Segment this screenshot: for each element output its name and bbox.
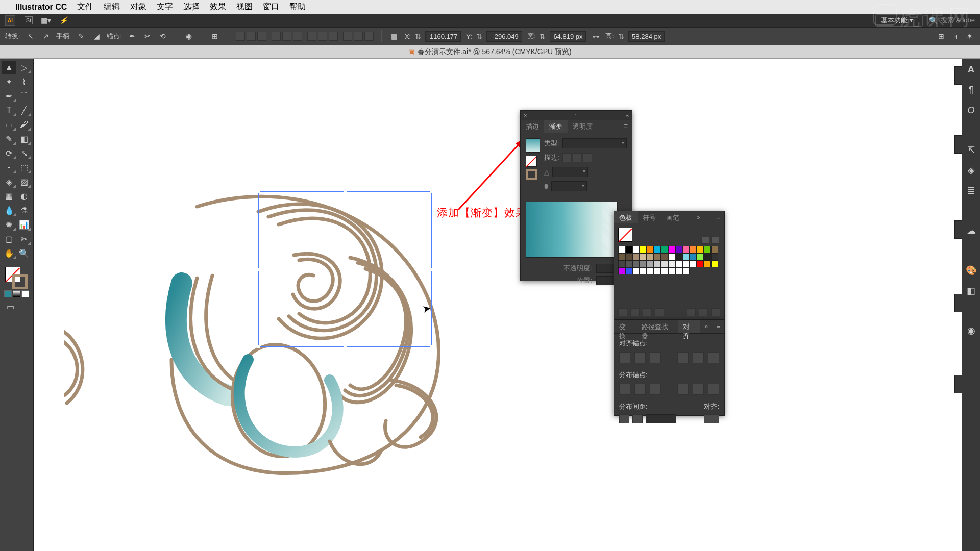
dist-vcenter-icon[interactable] xyxy=(354,32,363,41)
h-link-icon[interactable]: ⇅ xyxy=(616,31,626,41)
dist-anchor-vcenter-icon[interactable] xyxy=(634,384,646,395)
screen-mode-icon[interactable]: ▭ xyxy=(4,302,16,312)
dist-left-icon[interactable] xyxy=(307,32,316,41)
dock-opentype-icon[interactable]: O xyxy=(966,105,977,116)
lasso-tool[interactable]: ⌇ xyxy=(17,75,32,88)
gradient-tool[interactable]: ◐ xyxy=(17,189,32,203)
color-mode-swatch[interactable] xyxy=(4,290,12,297)
menu-help[interactable]: 帮助 xyxy=(289,2,306,12)
gradient-panel-header[interactable]: × :: « xyxy=(521,111,632,120)
shape-builder-tool[interactable]: ◈ xyxy=(2,175,16,188)
align-hcenter-icon[interactable] xyxy=(247,32,256,41)
eyedropper-tool[interactable]: 💧 xyxy=(2,204,16,217)
gpu-icon[interactable]: ⚡ xyxy=(59,16,67,24)
magic-wand-tool[interactable]: ✦ xyxy=(2,75,16,88)
isolate-icon[interactable]: ◉ xyxy=(184,31,194,41)
swatch-color[interactable] xyxy=(654,267,661,274)
swatch-color[interactable] xyxy=(704,246,711,253)
dist-hcenter-icon[interactable] xyxy=(318,32,327,41)
align-pixel-icon[interactable]: ⊞ xyxy=(210,31,220,41)
swatch-color[interactable] xyxy=(661,246,668,253)
gradient-fill-preview[interactable] xyxy=(526,138,540,153)
handle-top-right[interactable] xyxy=(430,190,433,193)
y-link-icon[interactable]: ⇅ xyxy=(474,31,484,41)
rectangle-tool[interactable]: ▭ xyxy=(2,118,16,131)
h-value[interactable]: 58.284 px xyxy=(628,31,665,42)
swatch-color[interactable] xyxy=(704,260,711,267)
swatch-color[interactable] xyxy=(654,246,661,253)
swatch-color[interactable] xyxy=(690,253,697,260)
panel-menu-icon[interactable]: ≡ xyxy=(620,120,632,133)
swatch-color[interactable] xyxy=(690,246,697,253)
dist-anchor-right-icon[interactable] xyxy=(708,384,719,395)
dock-colorguide-icon[interactable]: ◧ xyxy=(966,285,977,296)
tab-symbols[interactable]: 符号 xyxy=(638,211,661,223)
menu-object[interactable]: 对象 xyxy=(130,2,146,12)
swatches-current-swatch[interactable] xyxy=(618,228,632,242)
swatch-library-icon[interactable] xyxy=(618,308,627,316)
handle-icon-2[interactable]: ◢ xyxy=(91,31,102,41)
dist-spacing-value[interactable] xyxy=(646,414,676,423)
shaper-tool[interactable]: ✎ xyxy=(2,132,16,145)
anchor-icon-1[interactable]: ✒ xyxy=(127,31,137,41)
tab-transform[interactable]: 变换 xyxy=(614,320,636,333)
dist-top-icon[interactable] xyxy=(343,32,352,41)
align-expand-icon[interactable]: » xyxy=(700,320,712,333)
dist-spacing-v-icon[interactable] xyxy=(619,414,629,423)
gradient-ramp[interactable] xyxy=(526,202,618,258)
align-anchor-top-icon[interactable] xyxy=(677,352,689,363)
swatch-color[interactable] xyxy=(647,246,654,253)
swatch-color[interactable] xyxy=(640,253,647,260)
panel-close-icon[interactable]: × xyxy=(524,112,527,118)
swatch-color[interactable] xyxy=(632,246,640,253)
anchor-icon-3[interactable]: ⟲ xyxy=(158,31,168,41)
canvas[interactable]: ➤ 添加【渐变】效果 × :: « 描边 渐变 透明度 ≡ xyxy=(34,59,980,551)
color-well[interactable] xyxy=(2,265,31,289)
align-anchor-hcenter-icon[interactable] xyxy=(634,352,646,363)
control-menu-icon-2[interactable]: ⫞ xyxy=(950,31,961,41)
gradient-aspect-dropdown[interactable] xyxy=(551,181,587,191)
dist-right-icon[interactable] xyxy=(329,32,338,41)
swatches-expand-icon[interactable]: » xyxy=(693,211,704,223)
swatches-list-view-icon[interactable] xyxy=(701,237,709,244)
swatch-color[interactable] xyxy=(632,267,640,274)
slice-tool[interactable]: ✂ xyxy=(17,232,32,245)
handle-bottom-left[interactable] xyxy=(257,345,260,348)
align-top-icon[interactable] xyxy=(272,32,281,41)
swatch-color[interactable] xyxy=(661,260,668,267)
swatch-color[interactable] xyxy=(618,253,625,260)
swatch-color[interactable] xyxy=(697,253,704,260)
convert-smooth-icon[interactable]: ↗ xyxy=(41,31,51,41)
line-tool[interactable]: ╱ xyxy=(17,104,32,117)
w-value[interactable]: 64.819 px xyxy=(550,31,586,42)
x-link-icon[interactable]: ⇅ xyxy=(413,31,423,41)
x-value[interactable]: 1160.177 xyxy=(425,31,461,42)
swatch-color[interactable] xyxy=(682,267,690,274)
swatch-group-icon[interactable] xyxy=(655,308,664,316)
handle-icon-1[interactable]: ✎ xyxy=(76,31,86,41)
swatch-color[interactable] xyxy=(640,267,647,274)
menu-effect[interactable]: 效果 xyxy=(210,2,226,12)
align-anchor-vcenter-icon[interactable] xyxy=(693,352,704,363)
stock-icon[interactable]: St xyxy=(24,16,33,24)
swatch-color[interactable] xyxy=(661,253,668,260)
align-bottom-icon[interactable] xyxy=(293,32,302,41)
swatch-kind-icon[interactable] xyxy=(630,308,640,316)
gradient-type-dropdown[interactable] xyxy=(562,138,627,148)
selection-tool[interactable]: ▲ xyxy=(2,61,16,74)
app-name[interactable]: Illustrator CC xyxy=(15,3,67,12)
dock-color-icon[interactable]: 🎨 xyxy=(966,265,977,276)
handle-top-mid[interactable] xyxy=(344,190,347,193)
app-icon-ai[interactable]: Ai xyxy=(5,15,15,26)
swatch-color[interactable] xyxy=(632,260,640,267)
handle-mid-right[interactable] xyxy=(430,268,433,271)
align-vcenter-icon[interactable] xyxy=(282,32,291,41)
paintbrush-tool[interactable]: 🖌 xyxy=(17,118,32,131)
swatch-color[interactable] xyxy=(625,253,632,260)
swatch-color[interactable] xyxy=(647,253,654,260)
swatch-color[interactable] xyxy=(697,246,704,253)
menu-edit[interactable]: 编辑 xyxy=(104,2,120,12)
align-anchor-right-icon[interactable] xyxy=(650,352,661,363)
eraser-tool[interactable]: ◧ xyxy=(17,132,32,145)
selection-bounding-box[interactable] xyxy=(258,191,432,347)
